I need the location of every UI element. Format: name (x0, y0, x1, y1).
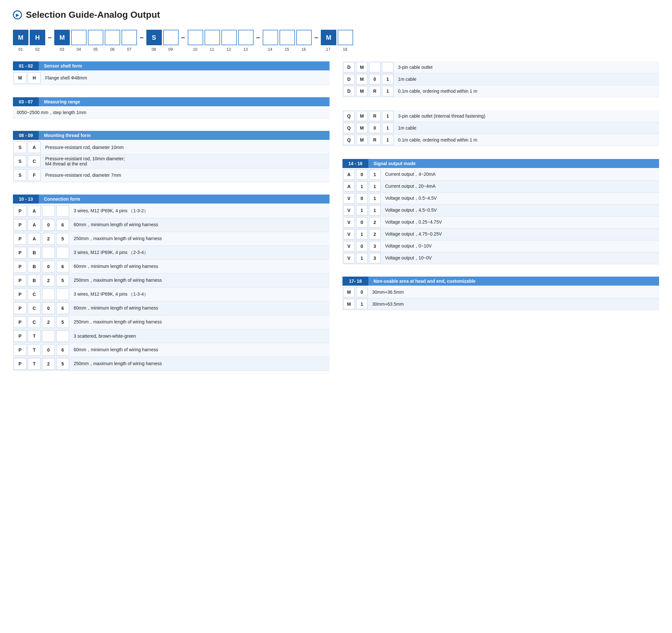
cell: 1 (382, 111, 393, 121)
row-desc: Voltage output，0.5~4.5V (381, 194, 441, 203)
mounting-thread-rows: S A Pressure-resistant rod, diameter 10m… (13, 141, 330, 182)
code-box-17: M (321, 30, 336, 45)
cell: V (343, 205, 355, 215)
cell: M (356, 123, 368, 133)
code-box-11 (205, 30, 220, 45)
cell: S (14, 169, 26, 181)
num-05: 05 (88, 47, 103, 52)
code-box-09 (163, 30, 179, 45)
cell: 5 (56, 233, 69, 244)
cell: C (28, 302, 41, 314)
cell: V (343, 253, 355, 263)
row-desc: 30mm+63.5mm (368, 300, 408, 308)
cell: 0 (356, 217, 368, 228)
code-box-16 (296, 30, 312, 45)
code-box-03: M (54, 30, 70, 45)
cell: A (28, 233, 41, 244)
table-row: M 1 30mm+63.5mm (342, 298, 659, 310)
table-row: P T 2 5 250mm，maximum length of wiring h… (13, 357, 330, 371)
num-04: 04 (71, 47, 87, 52)
cell: C (28, 156, 41, 167)
section-label-01-02: 01 - 02 (13, 62, 39, 70)
row-desc: 3 wires, M12 IP69K, 4 pins （1-3-2） (70, 207, 152, 215)
main-layout: 01 - 02 Sensor shell form M H Flange she… (13, 62, 659, 377)
cell: M (356, 74, 368, 84)
signal-output-rows: A 0 1 Current output，4~20mA A 1 1 Curren… (342, 169, 659, 264)
cell: C (28, 288, 41, 300)
cell: 2 (42, 275, 55, 286)
cell: P (14, 358, 26, 370)
row-desc: 250mm，maximum length of wiring harness (70, 276, 166, 285)
code-box-18 (338, 30, 353, 45)
cell: P (14, 261, 26, 273)
cell (42, 247, 55, 258)
code-box-02: H (30, 30, 45, 45)
cell: V (343, 193, 355, 204)
section-title-nonusable: Non-usable area at head and end, customi… (368, 277, 659, 286)
cell: B (28, 247, 41, 258)
cell: H (28, 72, 41, 84)
table-row: Q M 0 1 1m cable (342, 122, 659, 134)
table-row: P T 3 scattered, brown-white-green (13, 329, 330, 343)
table-row: P B 2 5 250mm，maximum length of wiring h… (13, 274, 330, 287)
model-code-row: M H – M – S – – – M (13, 30, 659, 45)
cell: P (14, 205, 26, 217)
table-row: P T 0 6 60mm，minimum length of wiring ha… (13, 343, 330, 357)
table-row: V 0 3 Voltage output，0~10V (342, 240, 659, 252)
row-desc: 60mm，minimum length of wiring harness (70, 346, 162, 354)
cell: 2 (42, 233, 55, 244)
cell (42, 330, 55, 342)
cell: 1 (382, 123, 393, 133)
row-desc: 0.1m cable, ordering method within 1 m (394, 87, 481, 95)
dash-1: – (47, 33, 53, 42)
cell: D (343, 86, 355, 96)
row-desc: Voltage output，0~10V (381, 242, 435, 251)
cell (56, 205, 69, 217)
cell: 0 (42, 344, 55, 356)
cell: P (14, 288, 26, 300)
cell: D (343, 62, 355, 72)
table-row: P C 2 5 250mm，maximum length of wiring h… (13, 315, 330, 329)
num-06: 06 (105, 47, 120, 52)
cell: A (28, 219, 41, 231)
cell: 1 (382, 74, 393, 84)
table-row: S F Pressure-resistant rod, diameter 7mm (13, 168, 330, 182)
num-17: 17 (320, 47, 336, 52)
cell: 1 (369, 181, 381, 192)
section-label-14-16: 14 - 16 (342, 159, 368, 168)
cell: P (14, 344, 26, 356)
cell: 2 (369, 229, 381, 239)
row-desc: Voltage output，10~0V (381, 254, 435, 262)
cell (56, 247, 69, 258)
section-title-sensor-shell: Sensor shell form (39, 62, 330, 70)
cell: R (369, 111, 381, 121)
nonusable-rows: M 0 30mm+36.5mm M 1 30mm+63.5mm (342, 286, 659, 310)
cable-table: D M 3-pin cable outlet D M 0 1 1m cable … (342, 62, 659, 97)
cell: M (343, 299, 355, 309)
cell: 6 (56, 261, 69, 273)
cell: V (343, 229, 355, 239)
dash-3: – (180, 33, 186, 42)
cell: 1 (369, 169, 381, 180)
cell: 3 (369, 253, 381, 263)
cell: 1 (356, 181, 368, 192)
cell: 0 (42, 261, 55, 273)
section-measuring-range: 03 - 07 Measuring range (13, 97, 330, 106)
table-row: D M 0 1 1m cable (342, 73, 659, 85)
section-title-signal-output: Signal output mode (368, 159, 659, 168)
row-desc: 3-pin cable outlet (394, 63, 436, 71)
table-row: P C 0 6 60mm，minimum length of wiring ha… (13, 302, 330, 315)
cell: A (28, 205, 41, 217)
row-desc: Current output，20~4mA (381, 182, 439, 191)
cell (56, 288, 69, 300)
cell (42, 288, 55, 300)
num-15: 15 (279, 47, 295, 52)
section-label-10-13: 10 - 13 (13, 194, 39, 204)
code-box-01: M (13, 30, 28, 45)
cell: P (14, 316, 26, 328)
num-13: 13 (238, 47, 253, 52)
row-desc: 3 wires, M12 IP69K, 4 pins （1-3-4） (70, 290, 152, 299)
code-box-14 (263, 30, 278, 45)
table-row: P A 2 5 250mm，maximum length of wiring h… (13, 232, 330, 246)
cell: 1 (369, 205, 381, 215)
